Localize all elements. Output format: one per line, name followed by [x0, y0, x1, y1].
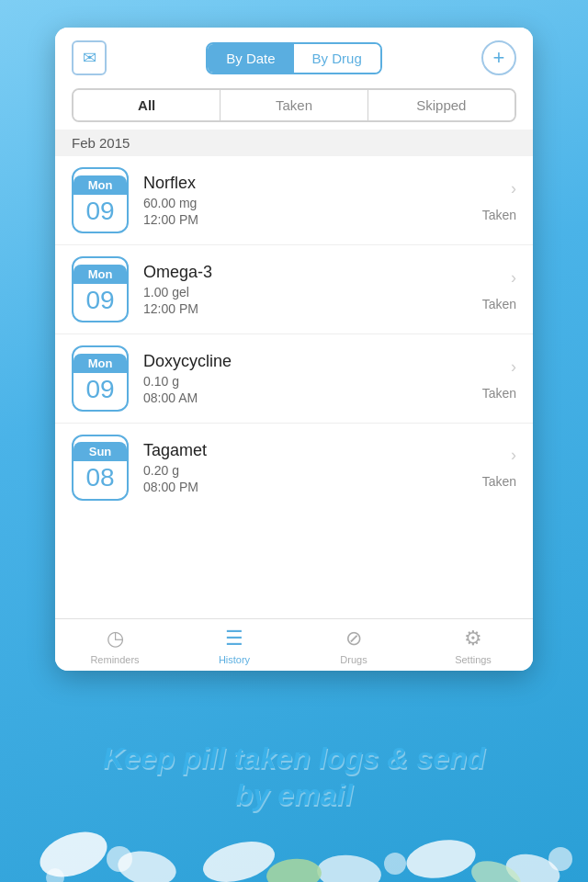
- chevron-right-icon: ›: [511, 268, 516, 288]
- med-time: 12:00 PM: [143, 212, 482, 227]
- tab-reminders[interactable]: ◷ Reminders: [55, 627, 175, 665]
- promo-text: Keep pill taken logs & send by email: [85, 740, 503, 813]
- filter-tabs: All Taken Skipped: [72, 88, 516, 122]
- tab-drugs-label: Drugs: [340, 654, 367, 665]
- segment-control: By Date By Drug: [206, 42, 382, 74]
- gear-icon: ⚙: [464, 627, 482, 650]
- med-info: Omega-3 1.00 gel 12:00 PM: [143, 263, 482, 316]
- day-name: Sun: [74, 442, 127, 461]
- date-badge: Sun 08: [72, 435, 129, 501]
- svg-point-8: [107, 846, 132, 872]
- filter-skipped[interactable]: Skipped: [368, 90, 514, 120]
- med-info: Tagamet 0.20 g 08:00 PM: [143, 441, 482, 494]
- svg-point-4: [403, 835, 479, 882]
- med-name: Doxycycline: [143, 352, 482, 371]
- promo-section: Keep pill taken logs & send by email: [0, 671, 588, 882]
- med-right: › Taken: [482, 446, 516, 489]
- day-num: 09: [85, 198, 114, 224]
- med-time: 08:00 PM: [143, 480, 482, 494]
- tab-reminders-label: Reminders: [90, 654, 139, 665]
- tab-history-label: History: [219, 654, 250, 665]
- status-badge: Taken: [482, 474, 516, 489]
- tab-drugs[interactable]: ⊘ Drugs: [294, 627, 413, 665]
- svg-point-3: [315, 853, 382, 882]
- date-badge: Mon 09: [72, 345, 129, 412]
- day-num: 08: [85, 465, 114, 491]
- med-time: 08:00 AM: [143, 390, 482, 405]
- med-right: › Taken: [482, 357, 516, 401]
- svg-point-6: [266, 856, 323, 882]
- status-badge: Taken: [482, 297, 516, 311]
- mail-icon[interactable]: ✉: [72, 40, 107, 75]
- status-badge: Taken: [482, 208, 516, 222]
- day-name: Mon: [74, 265, 127, 284]
- med-dose: 60.00 mg: [143, 196, 482, 210]
- month-header: Feb 2015: [55, 130, 533, 156]
- filter-all[interactable]: All: [74, 90, 220, 120]
- chevron-right-icon: ›: [511, 357, 516, 377]
- table-row[interactable]: Mon 09 Omega-3 1.00 gel 12:00 PM › Taken: [55, 245, 533, 334]
- med-info: Doxycycline 0.10 g 08:00 AM: [143, 352, 482, 405]
- svg-point-0: [34, 823, 113, 882]
- list-icon: ☰: [225, 627, 243, 650]
- date-badge: Mon 09: [72, 167, 129, 233]
- med-dose: 0.10 g: [143, 374, 482, 389]
- med-right: › Taken: [482, 268, 516, 311]
- filter-taken[interactable]: Taken: [220, 90, 367, 120]
- svg-point-9: [384, 853, 406, 875]
- medication-list: Mon 09 Norflex 60.00 mg 12:00 PM › Taken…: [55, 156, 533, 618]
- med-dose: 0.20 g: [143, 463, 482, 478]
- date-badge: Mon 09: [72, 256, 129, 322]
- tab-settings-label: Settings: [455, 654, 492, 665]
- table-row[interactable]: Mon 09 Norflex 60.00 mg 12:00 PM › Taken: [55, 156, 533, 245]
- svg-point-11: [548, 847, 572, 871]
- add-button[interactable]: +: [481, 40, 516, 75]
- status-badge: Taken: [482, 386, 516, 401]
- med-name: Tagamet: [143, 441, 482, 460]
- tab-history[interactable]: ☰ History: [175, 627, 294, 665]
- day-num: 09: [85, 288, 114, 313]
- day-num: 09: [85, 377, 114, 402]
- tab-settings[interactable]: ⚙ Settings: [413, 627, 533, 665]
- by-drug-button[interactable]: By Drug: [294, 44, 380, 73]
- med-name: Omega-3: [143, 263, 482, 282]
- table-row[interactable]: Mon 09 Doxycycline 0.10 g 08:00 AM › Tak…: [55, 334, 533, 424]
- tab-bar: ◷ Reminders ☰ History ⊘ Drugs ⚙ Settings: [55, 618, 533, 671]
- med-info: Norflex 60.00 mg 12:00 PM: [143, 174, 482, 227]
- chevron-right-icon: ›: [511, 446, 516, 465]
- med-time: 12:00 PM: [143, 301, 482, 316]
- day-name: Mon: [74, 354, 127, 373]
- med-right: › Taken: [482, 179, 516, 222]
- clock-icon: ◷: [107, 627, 124, 650]
- table-row[interactable]: Sun 08 Tagamet 0.20 g 08:00 PM › Taken: [55, 424, 533, 511]
- day-name: Mon: [74, 175, 127, 195]
- med-name: Norflex: [143, 174, 482, 193]
- header: ✉ By Date By Drug +: [55, 28, 533, 85]
- phone-card: ✉ By Date By Drug + All Taken Skipped Fe…: [55, 28, 533, 671]
- by-date-button[interactable]: By Date: [208, 44, 293, 73]
- med-dose: 1.00 gel: [143, 285, 482, 300]
- chevron-right-icon: ›: [511, 179, 516, 198]
- drugs-icon: ⊘: [345, 627, 362, 650]
